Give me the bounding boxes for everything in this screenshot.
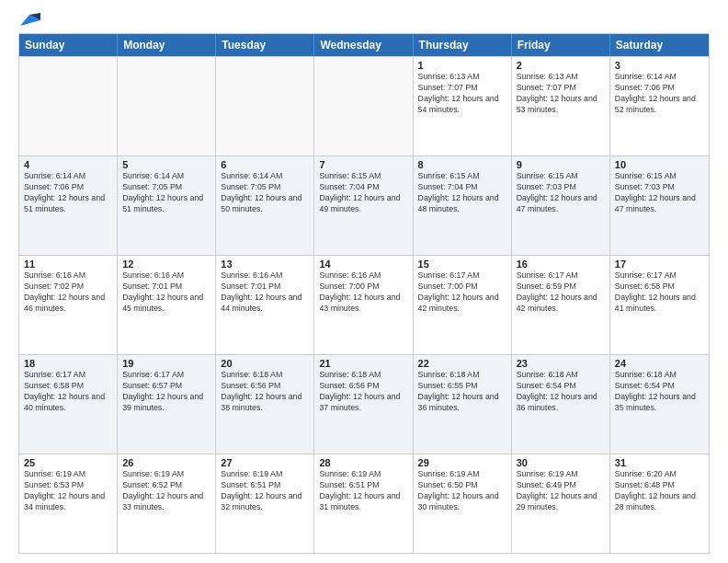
page: SundayMondayTuesdayWednesdayThursdayFrid… [0,0,728,563]
cell-info: Sunrise: 6:15 AM Sunset: 7:04 PM Dayligh… [319,171,407,215]
cell-info: Sunrise: 6:19 AM Sunset: 6:49 PM Dayligh… [517,469,605,513]
cell-info: Sunrise: 6:16 AM Sunset: 7:00 PM Dayligh… [319,270,407,315]
header [18,15,710,26]
day-number: 5 [122,159,210,170]
calendar-cell: 4Sunrise: 6:14 AM Sunset: 7:06 PM Daylig… [19,156,118,255]
calendar-cell: 27Sunrise: 6:19 AM Sunset: 6:51 PM Dayli… [216,454,314,553]
calendar: SundayMondayTuesdayWednesdayThursdayFrid… [18,33,710,554]
calendar-cell: 22Sunrise: 6:18 AM Sunset: 6:55 PM Dayli… [414,355,512,454]
cell-info: Sunrise: 6:14 AM Sunset: 7:05 PM Dayligh… [221,171,309,215]
cell-info: Sunrise: 6:18 AM Sunset: 6:56 PM Dayligh… [221,370,309,414]
calendar-cell: 8Sunrise: 6:15 AM Sunset: 7:04 PM Daylig… [414,156,512,255]
cell-info: Sunrise: 6:15 AM Sunset: 7:04 PM Dayligh… [418,171,506,215]
day-number: 10 [615,159,704,170]
day-number: 19 [122,358,210,369]
cell-info: Sunrise: 6:20 AM Sunset: 6:48 PM Dayligh… [615,469,704,513]
calendar-cell [118,57,216,155]
day-number: 12 [122,259,210,270]
calendar-cell: 11Sunrise: 6:16 AM Sunset: 7:02 PM Dayli… [19,256,118,354]
calendar-cell: 18Sunrise: 6:17 AM Sunset: 6:58 PM Dayli… [19,355,118,454]
cell-info: Sunrise: 6:13 AM Sunset: 7:07 PM Dayligh… [517,72,605,116]
cell-info: Sunrise: 6:16 AM Sunset: 7:01 PM Dayligh… [122,270,210,315]
cell-info: Sunrise: 6:15 AM Sunset: 7:03 PM Dayligh… [615,171,704,215]
day-header-monday: Monday [118,34,216,56]
calendar-cell: 15Sunrise: 6:17 AM Sunset: 7:00 PM Dayli… [414,256,512,354]
cell-info: Sunrise: 6:14 AM Sunset: 7:05 PM Dayligh… [122,171,210,215]
calendar-body: 1Sunrise: 6:13 AM Sunset: 7:07 PM Daylig… [19,56,709,553]
calendar-row-2: 4Sunrise: 6:14 AM Sunset: 7:06 PM Daylig… [19,155,709,255]
day-number: 24 [615,358,704,369]
day-number: 30 [517,457,605,468]
day-number: 14 [319,259,407,270]
calendar-cell: 3Sunrise: 6:14 AM Sunset: 7:06 PM Daylig… [610,57,709,155]
cell-info: Sunrise: 6:16 AM Sunset: 7:02 PM Dayligh… [24,270,112,315]
calendar-row-4: 18Sunrise: 6:17 AM Sunset: 6:58 PM Dayli… [19,354,709,454]
calendar-cell: 13Sunrise: 6:16 AM Sunset: 7:01 PM Dayli… [216,256,314,354]
cell-info: Sunrise: 6:14 AM Sunset: 7:06 PM Dayligh… [615,72,704,116]
day-number: 17 [615,259,704,270]
day-header-wednesday: Wednesday [314,34,413,56]
calendar-cell: 10Sunrise: 6:15 AM Sunset: 7:03 PM Dayli… [610,156,709,255]
day-number: 31 [615,457,704,468]
calendar-cell: 24Sunrise: 6:18 AM Sunset: 6:54 PM Dayli… [610,355,709,454]
calendar-cell: 25Sunrise: 6:19 AM Sunset: 6:53 PM Dayli… [19,454,118,553]
day-number: 28 [319,457,407,468]
calendar-cell: 20Sunrise: 6:18 AM Sunset: 6:56 PM Dayli… [216,355,314,454]
cell-info: Sunrise: 6:17 AM Sunset: 6:58 PM Dayligh… [615,270,704,315]
cell-info: Sunrise: 6:19 AM Sunset: 6:51 PM Dayligh… [319,469,407,513]
calendar-cell [19,57,118,155]
cell-info: Sunrise: 6:17 AM Sunset: 6:58 PM Dayligh… [24,370,112,414]
calendar-row-3: 11Sunrise: 6:16 AM Sunset: 7:02 PM Dayli… [19,255,709,354]
day-header-sunday: Sunday [19,34,118,56]
day-number: 23 [517,358,605,369]
cell-info: Sunrise: 6:16 AM Sunset: 7:01 PM Dayligh… [221,270,309,315]
day-number: 4 [24,159,112,170]
day-header-friday: Friday [512,34,610,56]
day-number: 29 [418,457,506,468]
logo [18,15,40,26]
day-number: 8 [418,159,506,170]
calendar-cell: 12Sunrise: 6:16 AM Sunset: 7:01 PM Dayli… [118,256,216,354]
day-header-tuesday: Tuesday [216,34,314,56]
cell-info: Sunrise: 6:19 AM Sunset: 6:50 PM Dayligh… [418,469,506,513]
day-number: 15 [418,259,506,270]
cell-info: Sunrise: 6:19 AM Sunset: 6:51 PM Dayligh… [221,469,309,513]
calendar-cell: 1Sunrise: 6:13 AM Sunset: 7:07 PM Daylig… [414,57,512,155]
day-number: 18 [24,358,112,369]
calendar-cell [314,57,413,155]
day-number: 1 [418,60,506,71]
calendar-cell: 17Sunrise: 6:17 AM Sunset: 6:58 PM Dayli… [610,256,709,354]
day-number: 7 [319,159,407,170]
calendar-row-5: 25Sunrise: 6:19 AM Sunset: 6:53 PM Dayli… [19,454,709,553]
calendar-cell: 26Sunrise: 6:19 AM Sunset: 6:52 PM Dayli… [118,454,216,553]
day-number: 21 [319,358,407,369]
calendar-cell: 6Sunrise: 6:14 AM Sunset: 7:05 PM Daylig… [216,156,314,255]
calendar-cell: 29Sunrise: 6:19 AM Sunset: 6:50 PM Dayli… [414,454,512,553]
day-number: 25 [24,457,112,468]
day-number: 26 [122,457,210,468]
day-number: 6 [221,159,309,170]
day-number: 22 [418,358,506,369]
calendar-cell: 7Sunrise: 6:15 AM Sunset: 7:04 PM Daylig… [314,156,413,255]
cell-info: Sunrise: 6:13 AM Sunset: 7:07 PM Dayligh… [418,72,506,116]
day-number: 3 [615,60,704,71]
calendar-cell: 19Sunrise: 6:17 AM Sunset: 6:57 PM Dayli… [118,355,216,454]
cell-info: Sunrise: 6:14 AM Sunset: 7:06 PM Dayligh… [24,171,112,215]
cell-info: Sunrise: 6:18 AM Sunset: 6:56 PM Dayligh… [319,370,407,414]
calendar-cell: 14Sunrise: 6:16 AM Sunset: 7:00 PM Dayli… [314,256,413,354]
cell-info: Sunrise: 6:18 AM Sunset: 6:54 PM Dayligh… [517,370,605,414]
day-number: 13 [221,259,309,270]
cell-info: Sunrise: 6:18 AM Sunset: 6:54 PM Dayligh… [615,370,704,414]
day-number: 20 [221,358,309,369]
calendar-row-1: 1Sunrise: 6:13 AM Sunset: 7:07 PM Daylig… [19,56,709,155]
cell-info: Sunrise: 6:19 AM Sunset: 6:52 PM Dayligh… [122,469,210,513]
calendar-cell: 5Sunrise: 6:14 AM Sunset: 7:05 PM Daylig… [118,156,216,255]
calendar-cell: 28Sunrise: 6:19 AM Sunset: 6:51 PM Dayli… [314,454,413,553]
day-number: 16 [517,259,605,270]
calendar-cell: 16Sunrise: 6:17 AM Sunset: 6:59 PM Dayli… [512,256,610,354]
calendar-cell: 30Sunrise: 6:19 AM Sunset: 6:49 PM Dayli… [512,454,610,553]
calendar-cell: 23Sunrise: 6:18 AM Sunset: 6:54 PM Dayli… [512,355,610,454]
logo-icon [20,13,40,28]
calendar-cell: 21Sunrise: 6:18 AM Sunset: 6:56 PM Dayli… [314,355,413,454]
calendar-header: SundayMondayTuesdayWednesdayThursdayFrid… [19,34,709,56]
